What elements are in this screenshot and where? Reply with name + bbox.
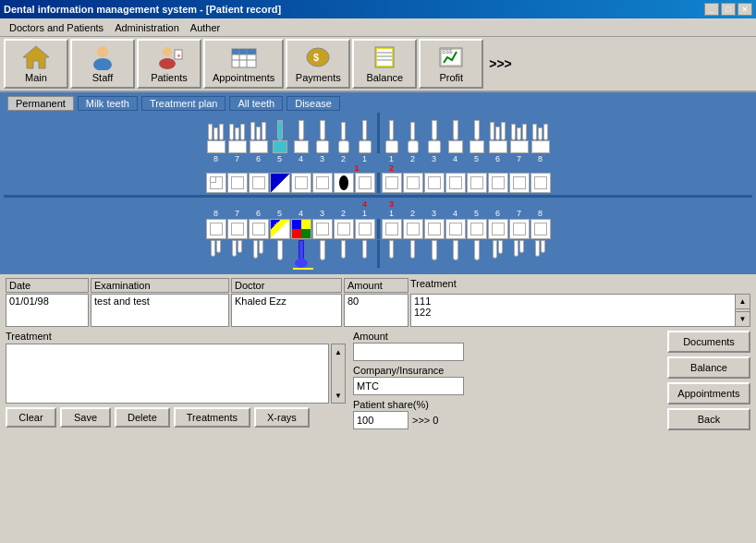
crown-box-ul-8[interactable] xyxy=(206,173,226,193)
more-button[interactable]: >>> xyxy=(485,53,516,75)
crown-box-ur-7[interactable] xyxy=(509,173,530,193)
xrays-button[interactable]: X-rays xyxy=(254,407,310,428)
tooth-lower-right-5[interactable] xyxy=(467,240,487,268)
tooth-lower-left-2[interactable] xyxy=(334,240,354,268)
profit-button[interactable]: $$$ Profit xyxy=(419,39,483,89)
tooth-lower-right-4[interactable] xyxy=(445,240,466,268)
crown-box-lr-8[interactable] xyxy=(530,219,551,239)
menu-auther[interactable]: Auther xyxy=(185,20,226,35)
main-button[interactable]: Main xyxy=(4,39,68,89)
crown-box-ur-1[interactable] xyxy=(382,173,402,193)
scroll-up-btn[interactable]: ▲ xyxy=(736,295,750,309)
crown-box-lr-6[interactable] xyxy=(488,219,508,239)
menu-doctors[interactable]: Doctors and Patients xyxy=(4,20,109,35)
crown-box-ul-2[interactable] xyxy=(334,173,354,193)
patients-button[interactable]: + Patients xyxy=(137,39,201,89)
tab-disease[interactable]: Disease xyxy=(287,96,340,111)
tab-milk[interactable]: Milk teeth xyxy=(78,96,138,111)
tab-permanent[interactable]: Permanent xyxy=(7,96,74,111)
payments-button[interactable]: $ Payments xyxy=(286,39,350,89)
tooth-lower-left-4[interactable] xyxy=(291,240,311,268)
tooth-lower-left-8[interactable] xyxy=(206,240,226,268)
crown-box-ll-6[interactable] xyxy=(249,219,269,239)
menu-admin[interactable]: Administration xyxy=(109,20,185,35)
crown-box-ur-5[interactable] xyxy=(467,173,487,193)
textarea-scroll-down[interactable]: ▼ xyxy=(332,388,345,403)
minimize-btn[interactable]: _ xyxy=(704,3,719,16)
treatment-textarea-scrollbar[interactable]: ▲ ▼ xyxy=(331,344,346,404)
crown-box-ul-5[interactable] xyxy=(270,173,290,193)
tooth-upper-right-4[interactable] xyxy=(445,113,466,153)
crown-box-ll-4[interactable] xyxy=(291,219,311,239)
treatment-textarea[interactable] xyxy=(6,344,329,404)
patient-share-input[interactable] xyxy=(353,411,408,429)
tooth-lower-right-3[interactable] xyxy=(424,240,445,268)
tooth-upper-left-5[interactable] xyxy=(270,113,290,153)
balance-button[interactable]: Balance xyxy=(352,39,417,89)
crown-box-ll-1[interactable] xyxy=(355,219,375,239)
tooth-upper-right-5[interactable] xyxy=(467,113,487,153)
crown-box-ur-4[interactable] xyxy=(445,173,466,193)
close-btn[interactable]: × xyxy=(738,3,752,16)
crown-box-ur-8[interactable] xyxy=(530,173,551,193)
tooth-upper-left-3[interactable] xyxy=(312,113,333,153)
treatment-listbox[interactable]: 111 122 xyxy=(410,294,736,327)
tooth-lower-right-6[interactable] xyxy=(488,240,508,268)
tooth-upper-right-8[interactable] xyxy=(530,113,551,153)
tooth-lower-left-1[interactable] xyxy=(355,240,375,268)
tab-all-teeth[interactable]: All teeth xyxy=(229,96,283,111)
balance-side-button[interactable]: Balance xyxy=(667,356,750,379)
tooth-upper-right-7[interactable] xyxy=(509,113,530,153)
crown-box-ul-3[interactable] xyxy=(312,173,333,193)
crown-box-ul-1[interactable] xyxy=(355,173,375,193)
clear-button[interactable]: Clear xyxy=(6,407,56,428)
maximize-btn[interactable]: □ xyxy=(721,3,736,16)
back-button[interactable]: Back xyxy=(667,408,750,430)
list-item-111[interactable]: 111 xyxy=(414,296,732,307)
tooth-upper-left-2[interactable] xyxy=(334,113,354,153)
tooth-upper-right-3[interactable] xyxy=(424,113,445,153)
tooth-lower-left-3[interactable] xyxy=(312,240,333,268)
crown-box-ll-8[interactable] xyxy=(206,219,226,239)
tooth-upper-left-8[interactable] xyxy=(206,113,226,153)
tab-treatment-plan[interactable]: Treatment plan xyxy=(141,96,226,111)
tooth-lower-right-2[interactable] xyxy=(403,240,423,268)
crown-box-lr-5[interactable] xyxy=(467,219,487,239)
tooth-upper-right-6[interactable] xyxy=(488,113,508,153)
tooth-upper-right-1[interactable] xyxy=(382,113,402,153)
treatment-scrollbar[interactable]: ▲ ▼ xyxy=(736,294,750,327)
company-input[interactable] xyxy=(353,377,464,395)
tooth-lower-right-8[interactable] xyxy=(530,240,551,268)
treatments-button[interactable]: Treatments xyxy=(174,407,250,428)
crown-box-ul-6[interactable] xyxy=(249,173,269,193)
crown-box-ul-7[interactable] xyxy=(227,173,248,193)
crown-box-ur-3[interactable] xyxy=(424,173,445,193)
crown-box-ul-4[interactable] xyxy=(291,173,311,193)
textarea-scroll-up[interactable]: ▲ xyxy=(332,344,345,359)
documents-button[interactable]: Documents xyxy=(667,331,750,353)
tooth-lower-left-7[interactable] xyxy=(227,240,248,268)
crown-box-ll-2[interactable] xyxy=(334,219,354,239)
tooth-upper-left-1[interactable] xyxy=(355,113,375,153)
scroll-down-btn[interactable]: ▼ xyxy=(736,311,750,326)
crown-box-ur-6[interactable] xyxy=(488,173,508,193)
tooth-upper-left-4[interactable] xyxy=(291,113,311,153)
crown-box-ur-2[interactable] xyxy=(403,173,423,193)
appointments-button[interactable]: Appointments xyxy=(203,39,284,89)
staff-button[interactable]: Staff xyxy=(70,39,135,89)
crown-box-lr-1[interactable] xyxy=(382,219,402,239)
crown-box-ll-7[interactable] xyxy=(227,219,248,239)
tooth-lower-left-6[interactable] xyxy=(249,240,269,268)
delete-button[interactable]: Delete xyxy=(115,407,170,428)
tooth-lower-right-1[interactable] xyxy=(382,240,402,268)
appointments-side-button[interactable]: Appointments xyxy=(667,382,750,404)
crown-box-lr-4[interactable] xyxy=(445,219,466,239)
save-button[interactable]: Save xyxy=(60,407,111,428)
crown-box-lr-2[interactable] xyxy=(403,219,423,239)
list-item-122[interactable]: 122 xyxy=(414,307,732,318)
amount-input[interactable] xyxy=(353,343,464,361)
crown-box-lr-3[interactable] xyxy=(424,219,445,239)
window-controls[interactable]: _ □ × xyxy=(704,3,752,16)
tooth-lower-left-5[interactable] xyxy=(270,240,290,268)
crown-box-ll-5[interactable] xyxy=(270,219,290,239)
